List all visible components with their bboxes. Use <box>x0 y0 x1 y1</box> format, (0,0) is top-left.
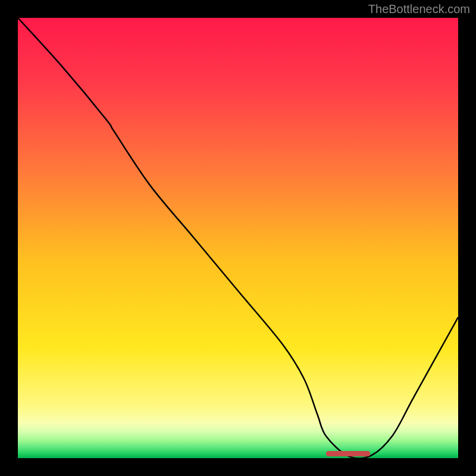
plot-area <box>18 18 458 458</box>
optimal-zone-marker <box>326 451 370 456</box>
bottleneck-curve <box>18 18 458 458</box>
watermark-text: TheBottleneck.com <box>368 2 470 16</box>
